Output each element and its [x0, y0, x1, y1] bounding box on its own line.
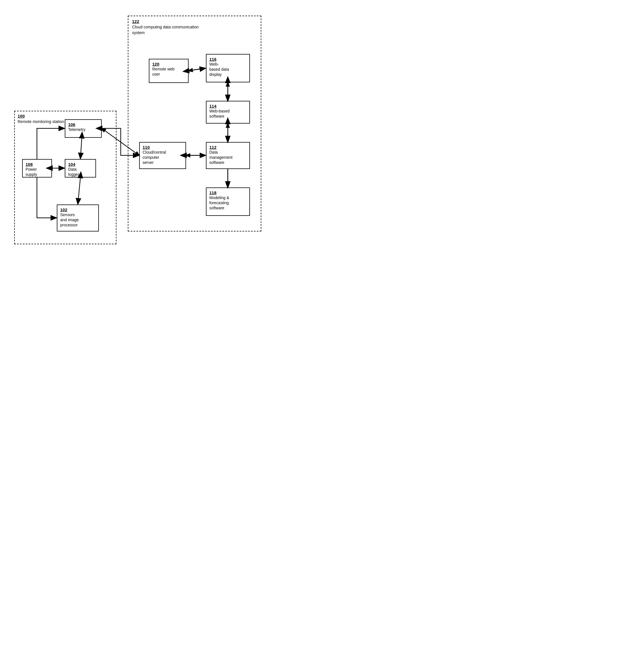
- label-100: 100 Remote monitoring station: [18, 113, 64, 125]
- box-112: 112 Datamanagementsoftware: [206, 142, 250, 169]
- box-118: 118 Modeling &forecastingsoftware: [206, 188, 250, 216]
- box-104: 104 Datalogger: [65, 159, 96, 177]
- box-108: 108 Powersupply: [22, 159, 52, 177]
- label-122: 122 Cloud computing data communicationsy…: [132, 19, 198, 35]
- box-102: 102 Sensorsand imageprocessor: [57, 205, 99, 232]
- box-116: 116 Web-based datadisplay: [206, 54, 250, 82]
- box-114: 114 Web-basedsoftware: [206, 101, 250, 124]
- box-106: 106 Telemetry: [65, 119, 102, 138]
- diagram: 100 Remote monitoring station 122 Cloud …: [0, 0, 313, 336]
- box-120: 120 Remote webuser: [149, 59, 189, 83]
- box-110: 110 Cloud/centralcomputerserver: [139, 142, 186, 169]
